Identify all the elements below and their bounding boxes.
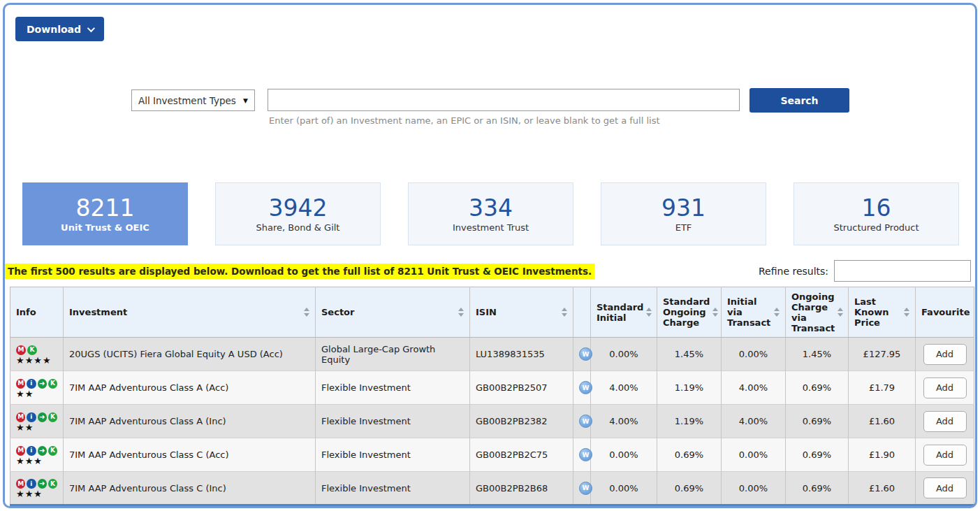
morningstar-report-icon[interactable]: M xyxy=(16,446,25,456)
card-investment-trust[interactable]: 334 Investment Trust xyxy=(408,182,573,245)
sort-icon xyxy=(646,308,652,317)
standard-ongoing-cell: 0.69% xyxy=(657,438,722,472)
standard-ongoing-cell: 1.19% xyxy=(657,371,722,405)
table-header-row: Info Investment Sector ISIN Standard Ini… xyxy=(10,287,974,338)
header-standard-ongoing[interactable]: Standard Ongoing Charge xyxy=(657,287,722,338)
header-sector[interactable]: Sector xyxy=(316,287,470,338)
info-cell: M i ➜ K ★★ xyxy=(10,371,64,405)
wrapper-availability-icon[interactable]: W xyxy=(579,381,592,394)
standard-ongoing-cell: 0.69% xyxy=(657,472,722,505)
card-structured-product[interactable]: 16 Structured Product xyxy=(793,182,959,245)
isin-cell: GB00B2PB2382 xyxy=(470,405,573,438)
sector-cell: Flexible Investment xyxy=(316,371,470,405)
info-document-icon[interactable]: i xyxy=(27,412,36,422)
add-favourite-button[interactable]: Add xyxy=(923,377,967,398)
star-rating: ★★★★ xyxy=(16,356,57,365)
morningstar-report-icon[interactable]: M xyxy=(16,345,26,355)
add-favourite-button[interactable]: Add xyxy=(923,411,967,432)
investment-cell: 20UGS (UCITS) Fiera Global Equity A USD … xyxy=(64,338,316,371)
last-known-price-cell: £1.79 xyxy=(849,371,916,405)
download-button-label: Download xyxy=(27,24,81,35)
card-count: 16 xyxy=(862,195,891,222)
add-favourite-button[interactable]: Add xyxy=(923,445,967,466)
star-rating: ★★★ xyxy=(16,456,57,466)
kiid-document-icon[interactable]: K xyxy=(27,345,37,355)
card-unit-trust-oeic[interactable]: 8211 Unit Trust & OEIC xyxy=(22,182,188,245)
search-input[interactable] xyxy=(268,89,740,111)
last-known-price-cell: £1.90 xyxy=(849,438,916,472)
search-button-label: Search xyxy=(780,95,818,106)
initial-via-transact-cell: 0.00% xyxy=(722,438,786,472)
card-label: Structured Product xyxy=(833,222,919,233)
standard-initial-cell: 0.00% xyxy=(591,338,657,371)
ongoing-via-transact-cell: 0.69% xyxy=(786,371,849,405)
wrapper-availability-icon[interactable]: W xyxy=(579,415,592,428)
investment-type-select[interactable]: All Investment Types xyxy=(131,89,255,111)
refine-results-input[interactable] xyxy=(834,260,971,282)
info-document-icon[interactable]: i xyxy=(27,379,36,389)
last-known-price-cell: £1.60 xyxy=(849,472,916,505)
table-row: M i ➜ K ★★★ 7IM AAP Adventurous Class C … xyxy=(10,438,974,472)
factsheet-arrow-icon[interactable]: ➜ xyxy=(38,412,47,422)
card-share-bond-gilt[interactable]: 3942 Share, Bond & Gilt xyxy=(215,182,381,245)
chevron-down-icon xyxy=(87,24,95,31)
card-label: ETF xyxy=(675,222,692,233)
star-rating: ★★★ xyxy=(16,489,57,498)
refine-results-label: Refine results: xyxy=(759,266,828,277)
header-initial-via-transact[interactable]: Initial via Transact xyxy=(722,287,786,338)
investment-cell: 7IM AAP Adventurous Class C (Inc) xyxy=(64,472,316,505)
info-cell: M K ★★★★ xyxy=(10,338,64,371)
info-cell: M i ➜ K ★★★ xyxy=(10,472,64,505)
sector-cell: Flexible Investment xyxy=(316,405,470,438)
kiid-document-icon[interactable]: K xyxy=(48,412,57,422)
info-cell: M i ➜ K ★★★ xyxy=(10,438,64,472)
factsheet-arrow-icon[interactable]: ➜ xyxy=(38,379,47,389)
last-known-price-cell: £1.60 xyxy=(849,405,916,438)
standard-ongoing-cell: 1.19% xyxy=(657,405,722,438)
kiid-document-icon[interactable]: K xyxy=(48,479,57,489)
sort-icon xyxy=(712,308,718,317)
header-last-known-price[interactable]: Last Known Price xyxy=(849,287,916,338)
standard-initial-cell: 0.00% xyxy=(591,472,657,505)
kiid-document-icon[interactable]: K xyxy=(48,446,57,456)
info-document-icon[interactable]: i xyxy=(27,446,36,456)
morningstar-report-icon[interactable]: M xyxy=(16,412,25,422)
investment-search-page: Download All Investment Types Search Ent… xyxy=(0,0,980,511)
header-investment[interactable]: Investment xyxy=(64,287,316,338)
investment-cell: 7IM AAP Adventurous Class A (Acc) xyxy=(64,371,316,405)
investment-cell: 7IM AAP Adventurous Class A (Inc) xyxy=(64,405,316,438)
morningstar-report-icon[interactable]: M xyxy=(16,379,25,389)
isin-cell: GB00B2PB2C75 xyxy=(470,438,573,472)
info-cell: M i ➜ K ★★ xyxy=(10,405,64,438)
card-count: 334 xyxy=(469,195,513,222)
investment-type-selected-value: All Investment Types xyxy=(138,95,236,106)
star-rating: ★★ xyxy=(16,389,57,398)
search-button[interactable]: Search xyxy=(749,88,849,113)
card-etf[interactable]: 931 ETF xyxy=(601,182,766,245)
wrapper-availability-icon[interactable]: W xyxy=(579,448,592,461)
factsheet-arrow-icon[interactable]: ➜ xyxy=(38,446,47,456)
morningstar-report-icon[interactable]: M xyxy=(16,479,25,489)
investment-cell: 7IM AAP Adventurous Class C (Acc) xyxy=(64,438,316,472)
ongoing-via-transact-cell: 0.69% xyxy=(786,472,849,505)
sort-icon xyxy=(904,308,909,317)
header-standard-initial[interactable]: Standard Initial xyxy=(591,287,657,338)
initial-via-transact-cell: 4.00% xyxy=(722,405,786,438)
header-ongoing-via-transact[interactable]: Ongoing Charge via Transact xyxy=(786,287,849,338)
ongoing-via-transact-cell: 1.45% xyxy=(786,338,849,371)
download-button[interactable]: Download xyxy=(15,17,104,41)
sector-cell: Global Large-Cap Growth Equity xyxy=(316,338,470,371)
standard-initial-cell: 4.00% xyxy=(591,371,657,405)
add-favourite-button[interactable]: Add xyxy=(923,344,967,365)
wrapper-availability-icon[interactable]: W xyxy=(579,482,592,495)
wrapper-availability-icon[interactable]: W xyxy=(579,347,592,361)
kiid-document-icon[interactable]: K xyxy=(48,379,57,389)
header-isin[interactable]: ISIN xyxy=(470,287,573,338)
add-favourite-button[interactable]: Add xyxy=(923,477,967,498)
isin-cell: GB00B2PB2B68 xyxy=(470,472,573,505)
card-count: 3942 xyxy=(269,195,328,222)
info-document-icon[interactable]: i xyxy=(27,479,36,489)
standard-initial-cell: 4.00% xyxy=(591,405,657,438)
table-row: M K ★★★★ 20UGS (UCITS) Fiera Global Equi… xyxy=(10,338,974,371)
factsheet-arrow-icon[interactable]: ➜ xyxy=(38,479,47,489)
